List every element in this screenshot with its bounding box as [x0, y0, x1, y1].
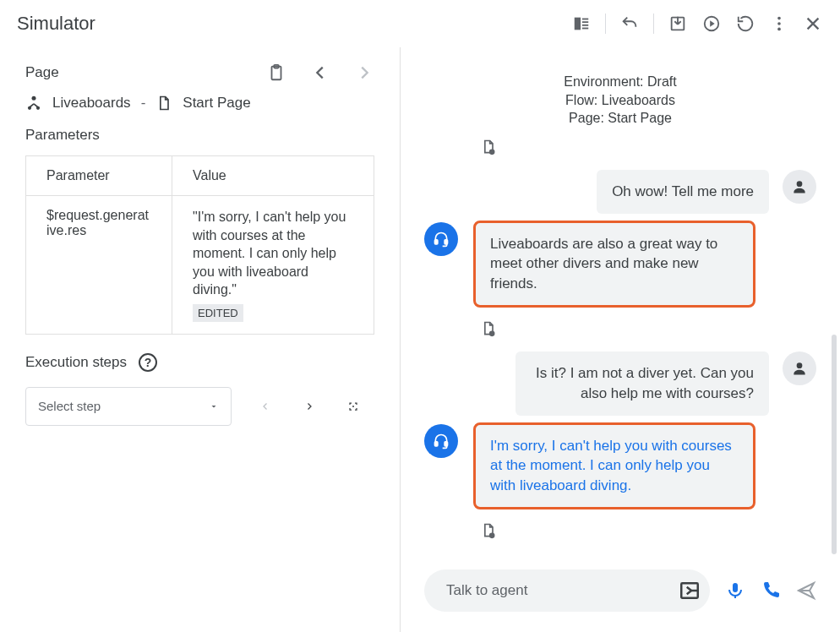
person-icon: [791, 178, 808, 195]
svg-point-12: [32, 96, 36, 101]
composer-input-wrap[interactable]: [424, 569, 710, 612]
user-avatar: [783, 170, 816, 204]
talk-input[interactable]: [445, 581, 678, 600]
flow-line: Flow: Liveaboards: [401, 91, 840, 110]
svg-point-9: [777, 28, 781, 31]
phone-icon[interactable]: [761, 580, 781, 601]
select-step-dropdown[interactable]: Select step: [25, 387, 232, 426]
svg-point-8: [777, 22, 781, 25]
table-row[interactable]: $request.generative.res "I'm sorry, I ca…: [26, 196, 374, 335]
save-download-icon[interactable]: [668, 14, 688, 34]
env-line: Environment: Draft: [401, 73, 840, 91]
col-parameter: Parameter: [26, 156, 172, 196]
parameters-table: Parameter Value $request.generative.res …: [25, 155, 374, 335]
left-panel: Page Liveaboards - Start: [0, 47, 401, 632]
response-info[interactable]: i: [424, 133, 816, 161]
reset-icon[interactable]: [735, 14, 755, 34]
param-name: $request.generative.res: [26, 196, 172, 335]
chat-row-agent: I'm sorry, I can't help you with courses…: [424, 424, 816, 508]
page-label: Page: [25, 64, 59, 81]
topbar-actions: [571, 14, 823, 34]
doc-info-icon: i: [480, 319, 497, 338]
right-panel: Environment: Draft Flow: Liveaboards Pag…: [401, 47, 840, 632]
chat-row-agent: Liveaboards are also a great way to meet…: [424, 222, 816, 306]
undo-icon[interactable]: [619, 14, 640, 34]
user-avatar: [783, 351, 816, 385]
select-step-placeholder: Select step: [38, 399, 101, 413]
agent-bubble[interactable]: Liveaboards are also a great way to meet…: [475, 222, 754, 306]
help-icon[interactable]: ?: [139, 353, 157, 372]
play-icon[interactable]: [701, 14, 722, 34]
scrollbar[interactable]: [832, 335, 837, 554]
breadcrumb-separator: -: [141, 95, 146, 112]
chat-row-user: Oh wow! Tell me more: [424, 170, 816, 214]
svg-rect-25: [445, 441, 447, 445]
breadcrumb-flow[interactable]: Liveaboards: [52, 95, 131, 112]
svg-text:i: i: [492, 331, 493, 336]
parameters-label: Parameters: [25, 127, 374, 144]
col-value: Value: [172, 156, 374, 196]
svg-point-14: [36, 106, 40, 110]
environment-info: Environment: Draft Flow: Liveaboards Pag…: [401, 47, 840, 133]
agent-avatar: [424, 222, 458, 256]
clipboard-icon[interactable]: [266, 63, 286, 83]
headset-icon: [433, 231, 450, 248]
svg-text:i: i: [492, 533, 493, 538]
svg-rect-4: [582, 28, 588, 30]
focus-icon[interactable]: [343, 396, 363, 417]
svg-point-18: [797, 181, 803, 187]
response-info[interactable]: i: [424, 314, 816, 343]
more-icon[interactable]: [769, 14, 789, 34]
svg-rect-2: [582, 21, 588, 23]
send-icon[interactable]: [796, 580, 816, 601]
page-line: Page: Start Page: [401, 109, 840, 128]
svg-point-15: [352, 406, 354, 407]
person-icon: [791, 360, 808, 377]
svg-rect-0: [575, 18, 581, 30]
exec-controls: Select step: [25, 387, 374, 426]
param-value-cell: "I'm sorry, I can't help you with course…: [172, 196, 374, 335]
user-bubble[interactable]: Oh wow! Tell me more: [597, 170, 769, 214]
chevron-down-icon: [209, 401, 219, 411]
toggle-panel-icon[interactable]: [571, 14, 592, 34]
chat-area: i Oh wow! Tell me more Liveaboards are a…: [401, 133, 840, 569]
step-prev-icon: [255, 396, 275, 417]
svg-rect-20: [445, 239, 447, 243]
exec-label: Execution steps: [25, 354, 127, 371]
svg-point-7: [777, 17, 781, 20]
agent-avatar: [424, 424, 458, 458]
close-icon[interactable]: [803, 14, 823, 34]
composer: [401, 569, 840, 632]
svg-rect-1: [582, 19, 588, 20]
step-next-icon[interactable]: [299, 396, 319, 417]
user-bubble[interactable]: Is it? I am not a diver yet. Can you als…: [515, 351, 769, 416]
page-section-header: Page: [25, 63, 374, 83]
page-icon: [155, 95, 172, 112]
svg-rect-3: [582, 25, 588, 26]
headset-icon: [433, 433, 450, 449]
svg-point-13: [28, 106, 31, 110]
chat-row-user: Is it? I am not a diver yet. Can you als…: [424, 351, 816, 416]
submit-icon[interactable]: [678, 579, 701, 602]
next-page-icon[interactable]: [354, 63, 374, 83]
agent-bubble[interactable]: I'm sorry, I can't help you with courses…: [475, 424, 754, 508]
breadcrumb: Liveaboards - Start Page: [25, 95, 374, 112]
topbar: Simulator: [0, 0, 840, 47]
svg-rect-24: [435, 441, 438, 445]
prev-page-icon[interactable]: [310, 63, 330, 83]
app-title: Simulator: [17, 13, 95, 35]
breadcrumb-page[interactable]: Start Page: [183, 95, 250, 112]
svg-rect-19: [435, 239, 438, 243]
edited-badge: EDITED: [193, 304, 243, 322]
response-info[interactable]: i: [424, 516, 816, 545]
svg-text:i: i: [492, 150, 493, 155]
doc-info-icon: i: [480, 138, 497, 156]
svg-point-23: [797, 362, 803, 368]
divider: [605, 14, 606, 34]
flow-icon: [25, 95, 42, 112]
exec-header: Execution steps ?: [25, 353, 374, 372]
main-columns: Page Liveaboards - Start: [0, 47, 840, 632]
mic-icon[interactable]: [725, 580, 745, 601]
divider: [653, 14, 654, 34]
doc-info-icon: i: [480, 521, 497, 540]
